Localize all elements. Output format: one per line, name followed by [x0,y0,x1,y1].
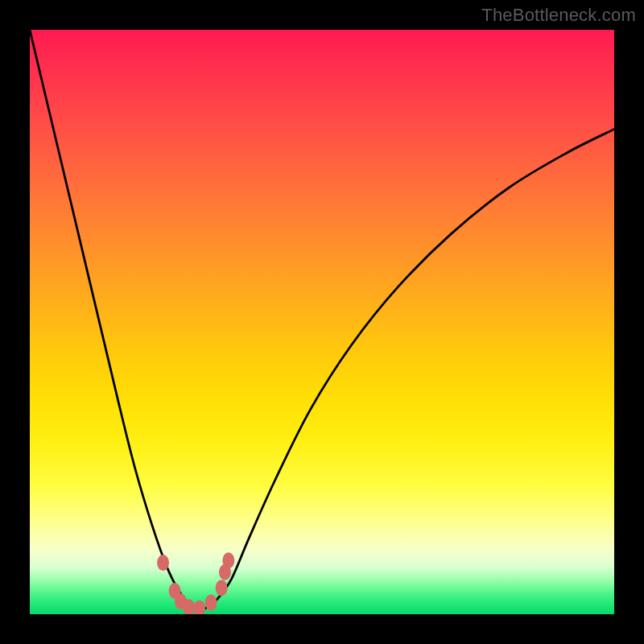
image-frame: TheBottleneck.com [0,0,644,644]
curve-marker [157,555,169,571]
curve-marker [205,594,217,610]
bottleneck-curve [30,30,614,609]
chart-svg [30,30,614,614]
curve-marker [222,552,234,568]
plot-area [30,30,614,614]
curve-markers [157,552,234,614]
curve-marker [216,580,228,596]
curve-marker [193,601,205,614]
watermark-text: TheBottleneck.com [481,5,636,26]
